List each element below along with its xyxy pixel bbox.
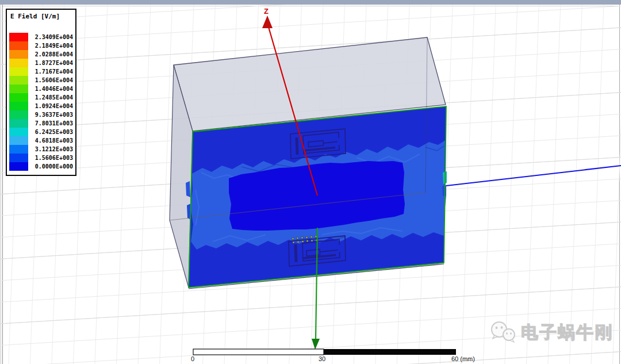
legend-color-swatch <box>9 110 28 119</box>
scale-bar <box>193 349 456 355</box>
legend-value: 1.2485E+004 <box>28 93 73 102</box>
legend-value: 4.6818E+003 <box>28 136 73 145</box>
modeler-3d-viewport[interactable]: Z <box>0 5 621 364</box>
field-legend-panel[interactable]: E Field [V/m] 2.3409E+0042.1849E+0042.02… <box>6 9 76 176</box>
legend-value: 1.7167E+004 <box>28 67 73 76</box>
legend-color-swatch <box>9 136 28 145</box>
legend-value: 7.8031E+003 <box>28 119 73 128</box>
legend-row: 3.1212E+003 <box>9 145 73 154</box>
legend-value: 2.1849E+004 <box>28 41 73 50</box>
legend-color-swatch <box>9 162 28 171</box>
legend-row: 0.0000E+000 <box>9 162 73 171</box>
title-bar <box>0 0 621 5</box>
legend-color-swatch <box>9 119 28 128</box>
legend-row: 9.3637E+003 <box>9 110 73 119</box>
legend-color-swatch <box>9 59 28 67</box>
legend-row: 2.0288E+004 <box>9 50 73 59</box>
scale-tick-0: 0 <box>191 355 194 362</box>
legend-color-swatch <box>9 145 28 154</box>
legend-color-swatch <box>9 76 28 85</box>
legend-value: 3.1212E+003 <box>28 145 73 154</box>
legend-color-swatch <box>9 33 28 41</box>
legend-value: 2.0288E+004 <box>28 50 73 59</box>
legend-row: 1.4046E+004 <box>9 85 73 93</box>
z-axis-label: Z <box>264 7 269 16</box>
legend-row: 1.8727E+004 <box>9 59 73 67</box>
legend-title: E Field [V/m] <box>10 13 60 20</box>
legend-color-swatch <box>9 93 28 102</box>
scale-tick-30: 30 <box>319 355 325 362</box>
scale-bar-white-segment <box>193 349 324 355</box>
legend-value: 1.0924E+004 <box>28 102 73 110</box>
legend-value: 1.8727E+004 <box>28 59 73 67</box>
legend-value: 0.0000E+000 <box>28 162 73 171</box>
scale-tick-60: 60 (mm) <box>451 355 475 362</box>
legend-color-swatch <box>9 128 28 136</box>
simulation-window: Z E Field [V/m] 2.3409E+0042.1849E+0042.… <box>0 0 621 364</box>
legend-row: 4.6818E+003 <box>9 136 73 145</box>
scale-bar-black-segment <box>324 349 456 355</box>
legend-row: 1.7167E+004 <box>9 67 73 76</box>
legend-color-swatch <box>9 67 28 76</box>
legend-color-swatch <box>9 102 28 110</box>
legend-color-swatch <box>9 50 28 59</box>
legend-row: 1.5606E+003 <box>9 154 73 162</box>
legend-row: 2.1849E+004 <box>9 41 73 50</box>
legend-row: 7.8031E+003 <box>9 119 73 128</box>
legend-value: 9.3637E+003 <box>28 110 73 119</box>
legend-value: 1.5606E+004 <box>28 76 73 85</box>
legend-color-swatch <box>9 41 28 50</box>
legend-row: 6.2425E+003 <box>9 128 73 136</box>
legend-value: 6.2425E+003 <box>28 128 73 136</box>
legend-value: 1.4046E+004 <box>28 85 73 93</box>
legend-color-swatch <box>9 154 28 162</box>
legend-row: 1.5606E+004 <box>9 76 73 85</box>
legend-value: 1.5606E+003 <box>28 154 73 162</box>
legend-row: 2.3409E+004 <box>9 33 73 41</box>
legend-color-swatch <box>9 85 28 93</box>
legend-value: 2.3409E+004 <box>28 33 73 41</box>
legend-row: 1.2485E+004 <box>9 93 73 102</box>
legend-rows: 2.3409E+0042.1849E+0042.0288E+0041.8727E… <box>9 33 73 171</box>
legend-row: 1.0924E+004 <box>9 102 73 110</box>
